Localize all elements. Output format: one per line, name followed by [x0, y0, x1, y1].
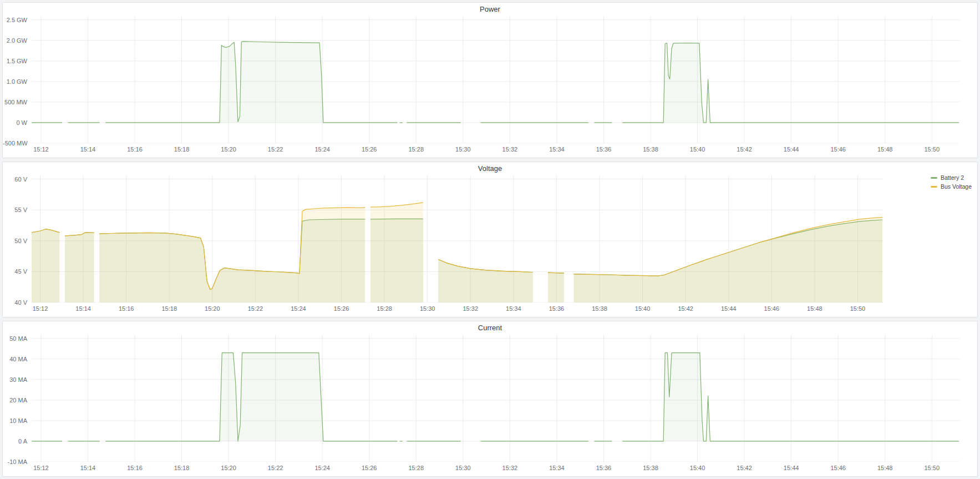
x-tick-label: 15:38	[583, 305, 616, 312]
x-tick-label: 15:38	[634, 465, 667, 471]
x-tick-label: 15:50	[841, 305, 874, 312]
y-tick-label: 40 MA	[3, 356, 27, 362]
x-tick-label: 15:30	[411, 305, 444, 312]
voltage-legend: Battery 2 Bus Voltage	[931, 174, 972, 190]
x-tick-label: 15:46	[821, 146, 855, 153]
x-tick-label: 15:38	[634, 146, 667, 153]
x-tick-label: 15:28	[399, 146, 433, 153]
x-tick-label: 15:26	[353, 465, 386, 471]
x-tick-label: 15:32	[493, 146, 526, 153]
y-tick-label: 10 MA	[3, 417, 27, 424]
x-tick-label: 15:20	[196, 305, 229, 312]
x-tick-label: 15:22	[259, 465, 292, 471]
x-tick-label: 15:28	[399, 465, 433, 471]
x-tick-label: 15:14	[71, 146, 104, 153]
x-tick-label: 15:40	[626, 305, 659, 312]
x-tick-label: 15:48	[869, 465, 902, 471]
x-tick-label: 15:16	[118, 146, 151, 153]
x-tick-label: 15:42	[669, 305, 702, 312]
x-tick-label: 15:26	[325, 305, 358, 312]
legend-item-battery-2[interactable]: Battery 2	[931, 174, 964, 181]
y-tick-label: 500 MW	[3, 99, 27, 105]
y-tick-label: 2.5 GW	[3, 17, 27, 23]
x-tick-label: 15:44	[775, 465, 808, 471]
x-tick-label: 15:46	[755, 305, 788, 312]
panel-current-title[interactable]: Current	[3, 321, 977, 335]
x-tick-label: 15:20	[212, 146, 245, 153]
y-tick-label: 50 MA	[3, 335, 27, 342]
y-tick-label: 55 V	[3, 206, 27, 213]
x-tick-label: 15:44	[775, 146, 808, 153]
y-tick-label: 1.5 GW	[3, 58, 27, 64]
x-tick-label: 15:22	[238, 305, 272, 312]
y-tick-label: 30 MA	[3, 376, 27, 383]
x-tick-label: 15:18	[153, 305, 186, 312]
x-tick-label: 15:34	[497, 305, 530, 312]
x-tick-label: 15:24	[306, 146, 339, 153]
x-tick-label: 15:14	[67, 305, 100, 312]
x-tick-label: 15:12	[24, 305, 57, 312]
y-tick-label: 20 MA	[3, 397, 27, 404]
power-plot-area[interactable]	[32, 16, 960, 143]
y-tick-label: -10 MA	[3, 458, 27, 465]
x-tick-label: 15:44	[712, 305, 745, 312]
x-tick-label: 15:20	[212, 465, 245, 471]
voltage-plot-area[interactable]	[32, 175, 883, 302]
legend-swatch-battery-2	[931, 177, 937, 179]
x-tick-label: 15:50	[915, 146, 948, 153]
x-tick-label: 15:48	[798, 305, 831, 312]
x-tick-label: 15:18	[165, 465, 199, 471]
x-tick-label: 15:12	[24, 465, 58, 471]
legend-swatch-bus-voltage	[931, 186, 937, 188]
x-tick-label: 15:40	[681, 465, 714, 471]
x-tick-label: 15:14	[71, 465, 104, 471]
y-tick-label: 50 V	[3, 238, 27, 244]
panel-power-title[interactable]: Power	[3, 3, 977, 16]
panel-voltage: Voltage Battery 2 Bus Voltage 60 V55 V50…	[2, 162, 978, 317]
x-tick-label: 15:36	[540, 305, 573, 312]
x-tick-label: 15:48	[869, 146, 902, 153]
x-tick-label: 15:32	[454, 305, 487, 312]
x-tick-label: 15:16	[118, 465, 151, 471]
x-tick-label: 15:24	[306, 465, 339, 471]
legend-label-battery-2: Battery 2	[941, 174, 964, 181]
y-tick-label: 0 A	[3, 438, 27, 445]
x-tick-label: 15:26	[353, 146, 386, 153]
y-tick-label: 2.0 GW	[3, 37, 27, 44]
x-tick-label: 15:30	[446, 146, 480, 153]
legend-label-bus-voltage: Bus Voltage	[941, 183, 972, 190]
x-tick-label: 15:32	[493, 465, 526, 471]
x-tick-label: 15:18	[165, 146, 199, 153]
panel-voltage-title[interactable]: Voltage	[3, 162, 977, 175]
x-tick-label: 15:36	[587, 465, 620, 471]
x-tick-label: 15:34	[540, 146, 573, 153]
x-tick-label: 15:24	[282, 305, 315, 312]
x-tick-label: 15:30	[446, 465, 480, 471]
x-tick-label: 15:46	[821, 465, 855, 471]
x-tick-label: 15:42	[728, 465, 761, 471]
y-tick-label: 60 V	[3, 176, 27, 183]
x-tick-label: 15:16	[110, 305, 143, 312]
x-tick-label: 15:34	[540, 465, 573, 471]
y-tick-label: 1.0 GW	[3, 78, 27, 85]
x-tick-label: 15:12	[24, 146, 58, 153]
dashboard: Power 2.5 GW2.0 GW1.5 GW1.0 GW500 MW0 W-…	[0, 0, 980, 479]
x-tick-label: 15:50	[915, 465, 948, 471]
y-tick-label: 40 V	[3, 299, 27, 306]
x-tick-label: 15:42	[728, 146, 761, 153]
x-tick-label: 15:28	[368, 305, 401, 312]
y-tick-label: 45 V	[3, 268, 27, 275]
panel-power: Power 2.5 GW2.0 GW1.5 GW1.0 GW500 MW0 W-…	[2, 2, 978, 158]
x-tick-label: 15:22	[259, 146, 292, 153]
y-tick-label: -500 MW	[3, 140, 27, 147]
x-tick-label: 15:36	[587, 146, 620, 153]
panel-current: Current 50 MA40 MA30 MA20 MA10 MA0 A-10 …	[2, 321, 978, 477]
x-tick-label: 15:40	[681, 146, 714, 153]
legend-item-bus-voltage[interactable]: Bus Voltage	[931, 183, 972, 190]
current-plot-area[interactable]	[32, 335, 960, 462]
y-tick-label: 0 W	[3, 119, 27, 126]
